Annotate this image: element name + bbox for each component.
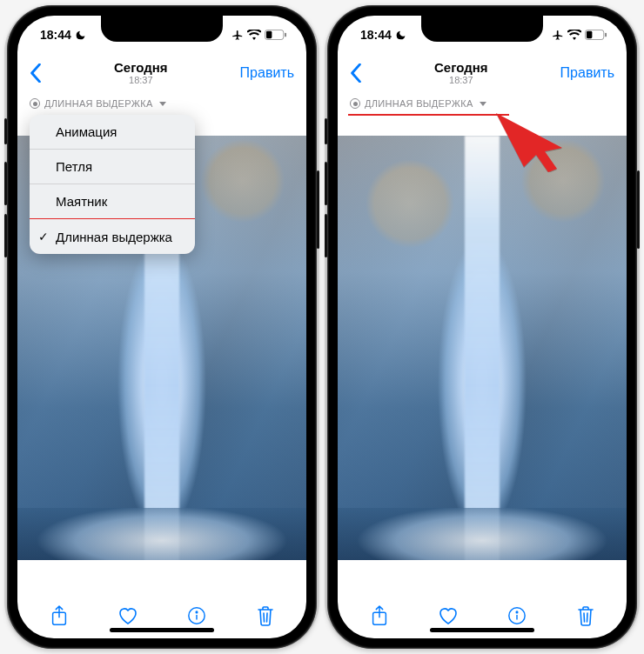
- svg-line-7: [264, 613, 265, 622]
- annotation-underline: [348, 114, 509, 116]
- home-indicator[interactable]: [110, 628, 214, 632]
- share-icon: [371, 605, 388, 626]
- heart-icon: [438, 606, 459, 625]
- svg-point-6: [196, 611, 198, 613]
- svg-line-18: [587, 613, 587, 622]
- heart-icon: [117, 606, 138, 625]
- delete-button[interactable]: [567, 597, 605, 635]
- live-photo-icon: [30, 98, 40, 109]
- svg-line-8: [266, 613, 267, 622]
- wifi-icon: [567, 30, 581, 40]
- photo-content: [338, 136, 627, 590]
- battery-icon: [585, 30, 607, 40]
- share-icon: [50, 605, 68, 626]
- photo-viewer[interactable]: [338, 136, 627, 590]
- nav-subtitle: 18:37: [114, 75, 168, 85]
- back-button[interactable]: [30, 63, 42, 83]
- effect-selector[interactable]: ДЛИННАЯ ВЫДЕРЖКА: [17, 92, 306, 115]
- menu-item-long-exposure[interactable]: Длинная выдержка: [30, 218, 195, 254]
- edit-button[interactable]: Править: [560, 65, 614, 81]
- nav-title: Сегодня: [434, 61, 488, 76]
- share-button[interactable]: [360, 597, 399, 635]
- menu-item-animation[interactable]: Анимация: [30, 115, 195, 150]
- trash-icon: [577, 605, 594, 626]
- info-icon: [507, 606, 527, 625]
- trash-icon: [257, 605, 274, 626]
- chevron-down-icon: [480, 102, 486, 106]
- effect-menu: Анимация Петля Маятник Длинная выдержка: [30, 115, 195, 254]
- nav-subtitle: 18:37: [434, 75, 488, 85]
- nav-bar: Сегодня 18:37 Править: [17, 54, 306, 92]
- nav-title: Сегодня: [114, 61, 168, 76]
- moon-icon: [395, 30, 406, 41]
- battery-icon: [265, 30, 287, 40]
- share-button[interactable]: [40, 597, 78, 635]
- menu-item-bounce[interactable]: Маятник: [30, 184, 195, 219]
- chevron-down-icon: [159, 102, 166, 106]
- moon-icon: [75, 30, 86, 41]
- back-button[interactable]: [350, 63, 362, 83]
- svg-rect-10: [587, 31, 592, 38]
- airplane-icon: [231, 29, 244, 41]
- info-icon: [187, 606, 206, 625]
- status-time: 18:44: [360, 28, 392, 42]
- edit-button[interactable]: Править: [240, 65, 294, 81]
- svg-point-16: [516, 611, 518, 613]
- status-time: 18:44: [40, 28, 71, 42]
- home-indicator[interactable]: [430, 628, 534, 632]
- live-photo-icon: [350, 98, 360, 109]
- effect-label: ДЛИННАЯ ВЫДЕРЖКА: [365, 98, 473, 109]
- effect-selector[interactable]: ДЛИННАЯ ВЫДЕРЖКА: [338, 92, 627, 115]
- menu-item-loop[interactable]: Петля: [30, 150, 195, 184]
- wifi-icon: [247, 30, 261, 40]
- svg-rect-2: [285, 33, 286, 37]
- effect-label: ДЛИННАЯ ВЫДЕРЖКА: [44, 98, 153, 109]
- svg-rect-11: [605, 33, 607, 37]
- svg-rect-1: [266, 31, 272, 38]
- delete-button[interactable]: [246, 597, 285, 635]
- airplane-icon: [552, 29, 564, 41]
- svg-line-17: [584, 613, 585, 622]
- nav-bar: Сегодня 18:37 Править: [338, 54, 627, 92]
